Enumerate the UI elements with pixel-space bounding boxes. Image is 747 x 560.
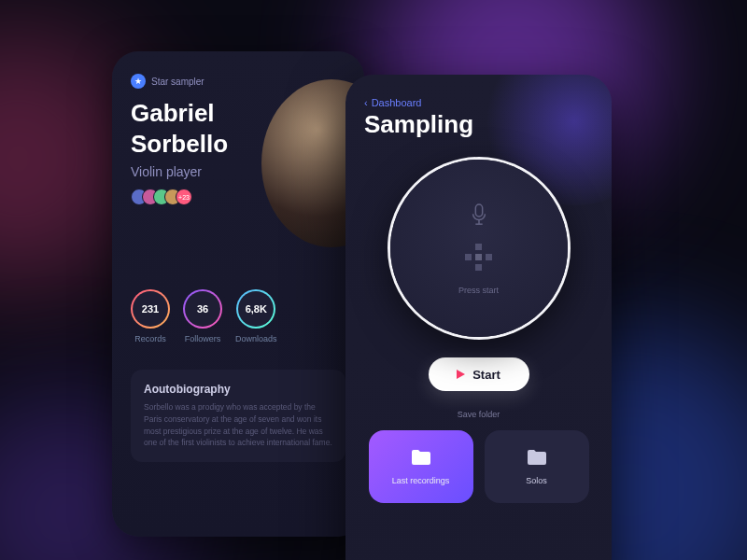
stat-label: Followers: [185, 334, 221, 343]
stat-followers[interactable]: 36 Followers: [183, 289, 222, 343]
stat-label: Records: [134, 334, 166, 343]
bio-title: Aoutobiography: [144, 383, 332, 396]
star-icon: [131, 74, 146, 89]
svg-rect-0: [475, 204, 482, 217]
chevron-left-icon: ‹: [364, 97, 368, 108]
press-start-text: Press start: [458, 286, 499, 295]
badge-label: Star sampler: [151, 77, 204, 87]
stat-downloads[interactable]: 6,8K Downloads: [235, 289, 277, 343]
artist-first-name: Gabriel: [131, 99, 215, 127]
start-button-label: Start: [472, 368, 500, 382]
microphone-icon: [469, 203, 489, 232]
sampling-screen: ‹ Dashboard Sampling Press start Start: [345, 75, 612, 560]
folder-label: Last recordings: [392, 476, 450, 485]
stat-label: Downloads: [235, 334, 277, 343]
artist-last-name: Sorbello: [131, 130, 228, 158]
back-label: Dashboard: [372, 97, 422, 108]
avatar-more-badge: +23: [176, 189, 192, 205]
stats-row: 231 Records 36 Followers 6,8K Downloads: [131, 289, 345, 343]
record-circle[interactable]: Press start: [390, 160, 568, 337]
folder-label: Solos: [526, 476, 547, 485]
back-link[interactable]: ‹ Dashboard: [364, 97, 593, 108]
folder-grid: Last recordings Solos: [364, 430, 593, 503]
folder-last-recordings[interactable]: Last recordings: [369, 430, 473, 503]
play-icon: [457, 370, 465, 379]
profile-screen: Star sampler Gabriel Sorbello Violin pla…: [112, 51, 364, 537]
start-button[interactable]: Start: [429, 357, 529, 391]
stat-value: 6,8K: [236, 289, 275, 329]
page-title: Sampling: [364, 110, 593, 139]
bio-text: Sorbello was a prodigy who was accepted …: [144, 401, 332, 449]
folder-icon: [410, 448, 432, 470]
stat-value: 36: [183, 289, 222, 329]
folder-icon: [526, 448, 548, 470]
bio-section: Aoutobiography Sorbello was a prodigy wh…: [131, 370, 345, 462]
save-folder-label: Save folder: [364, 410, 593, 419]
plus-icon: [465, 244, 492, 271]
folder-solos[interactable]: Solos: [485, 430, 589, 503]
stat-value: 231: [131, 289, 170, 329]
stat-records[interactable]: 231 Records: [131, 289, 170, 343]
